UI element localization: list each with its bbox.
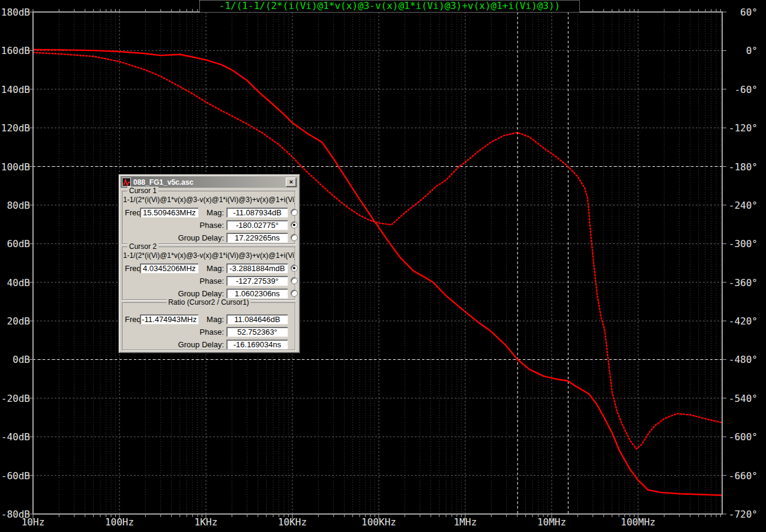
y-axis-right-label: -360°: [725, 277, 758, 288]
x-axis-label: 1KHz: [170, 516, 242, 528]
cursor1-phase-label: Phase:: [160, 220, 224, 230]
cursor1-group-delay-radio[interactable]: [291, 234, 298, 241]
cursor1-expression[interactable]: 1-1/(2*(i(Vi)@1*v(x)@3-v(x)@1*i(Vi)@3)+v…: [123, 196, 295, 204]
y-axis-right-label: -60°: [725, 84, 758, 95]
ratio-group-delay-field[interactable]: -16.169034ns: [226, 339, 288, 350]
cursor1-group-delay-label: Group Delay:: [160, 233, 224, 243]
plot-window: -1/(1-1/(2*(i(Vi)@1*v(x)@3-v(x)@1*i(Vi)@…: [0, 0, 766, 532]
cursor2-group-delay-radio[interactable]: [291, 290, 298, 297]
y-axis-left-label: 180dB: [0, 7, 30, 18]
ratio-phase-label: Phase:: [160, 327, 224, 337]
ratio-mag-label: Mag:: [160, 314, 224, 324]
dialog-title: 088_FG1_v5c.asc: [133, 178, 193, 187]
ratio-mag-field[interactable]: 11.084646dB: [226, 314, 288, 324]
y-axis-right-label: 60°: [725, 7, 758, 18]
cursor1-group: Cursor 1 1-1/(2*(i(Vi)@1*v(x)@3-v(x)@1*i…: [122, 191, 295, 244]
y-axis-right-label: -540°: [725, 393, 758, 404]
cursor1-group-label: Cursor 1: [127, 187, 158, 195]
ltspice-icon: [122, 178, 131, 187]
y-axis-right-label: -120°: [725, 122, 758, 134]
cursor1-group-delay-field[interactable]: 17.229265ns: [226, 233, 288, 243]
cursor2-expression[interactable]: 1-1/(2*(i(Vi)@1*v(x)@3-v(x)@1*i(Vi)@3)+v…: [123, 251, 295, 260]
cursor2-mag-radio[interactable]: [291, 265, 298, 272]
y-axis-left-label: -20dB: [0, 393, 30, 404]
y-axis-right-label: -480°: [725, 354, 758, 365]
cursor2-group-delay-label: Group Delay:: [160, 288, 224, 299]
y-axis-left-label: 0dB: [0, 354, 30, 365]
y-axis-right-label: -720°: [725, 509, 758, 520]
cursor1-mag-label: Mag:: [160, 208, 224, 218]
ratio-group-delay-label: Group Delay:: [160, 339, 224, 350]
y-axis-left-label: 140dB: [0, 84, 30, 95]
cursor2-group: Cursor 2 1-1/(2*(i(Vi)@1*v(x)@3-v(x)@1*i…: [122, 247, 295, 300]
x-axis-label: 100KHz: [343, 516, 415, 528]
y-axis-right-label: -300°: [725, 238, 758, 250]
cursor2-phase-label: Phase:: [160, 276, 224, 286]
cursor2-phase-field[interactable]: -127.27539°: [226, 276, 288, 286]
ratio-phase-field[interactable]: 52.752363°: [226, 327, 288, 337]
y-axis-left-label: 100dB: [0, 161, 30, 173]
cursor2-group-label: Cursor 2: [127, 242, 158, 251]
x-axis-label: 10Hz: [0, 516, 69, 528]
y-axis-right-label: -240°: [725, 200, 758, 211]
y-axis-left-label: 60dB: [0, 238, 30, 250]
cursor1-phase-field[interactable]: -180.02775°: [226, 220, 288, 230]
cursor1-phase-radio[interactable]: [291, 221, 298, 229]
x-axis-label: 1MHz: [429, 516, 501, 528]
y-axis-right-label: -180°: [725, 161, 758, 173]
y-axis-right-label: -600°: [725, 431, 758, 443]
plot-title-expression: -1/(1-1/(2*(i(Vi)@1*v(x)@3-v(x)@1*i(Vi)@…: [219, 0, 560, 11]
x-axis-label: 10MHz: [516, 516, 588, 528]
cursor2-phase-radio[interactable]: [291, 277, 298, 284]
y-axis-left-label: 120dB: [0, 122, 30, 134]
cursor2-mag-field[interactable]: -3.2881884mdB: [226, 263, 288, 273]
cursor2-mag-label: Mag:: [160, 263, 224, 273]
ratio-group-label: Ratio (Cursor2 / Cursor1): [166, 298, 251, 306]
cursor2-group-delay-field[interactable]: 1.0602306ns: [226, 288, 288, 299]
y-axis-left-label: 160dB: [0, 45, 30, 56]
close-icon[interactable]: ×: [286, 178, 297, 187]
cursor1-mag-field[interactable]: -11.087934dB: [226, 208, 288, 218]
ratio-group: Ratio (Cursor2 / Cursor1) Freq: -11.4749…: [122, 302, 295, 350]
y-axis-right-label: -420°: [725, 315, 758, 327]
plot-title-box[interactable]: -1/(1-1/(2*(i(Vi)@1*v(x)@3-v(x)@1*i(Vi)@…: [199, 0, 580, 13]
y-axis-left-label: 80dB: [0, 200, 30, 211]
x-axis-label: 100MHz: [602, 516, 674, 528]
y-axis-right-label: -660°: [725, 470, 758, 482]
y-axis-left-label: -40dB: [0, 431, 30, 443]
y-axis-left-label: -60dB: [0, 470, 30, 482]
cursor-dialog: 088_FG1_v5c.asc × Cursor 1 1-1/(2*(i(Vi)…: [118, 174, 300, 353]
x-axis-label: 10KHz: [256, 516, 328, 528]
y-axis-left-label: 20dB: [0, 315, 30, 327]
bode-plot-canvas[interactable]: [0, 0, 766, 532]
y-axis-left-label: 40dB: [0, 277, 30, 288]
y-axis-right-label: 0°: [725, 45, 758, 56]
x-axis-label: 100Hz: [83, 516, 155, 528]
cursor1-mag-radio[interactable]: [291, 209, 298, 216]
